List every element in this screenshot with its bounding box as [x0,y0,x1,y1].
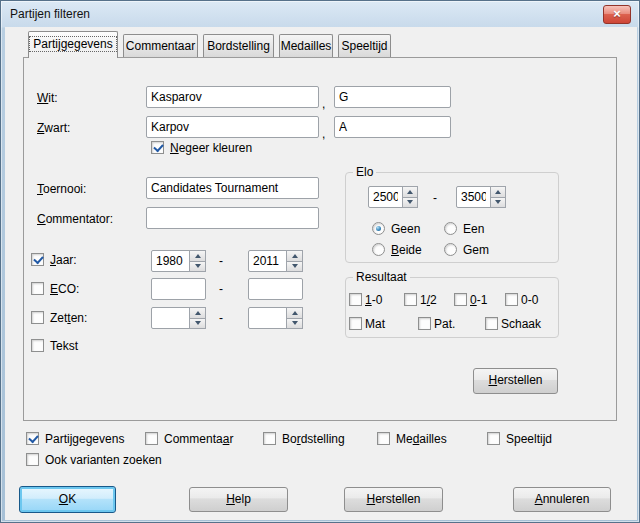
elo-to-spinner [456,186,506,208]
negeer-kleuren-label[interactable]: Negeer kleuren [170,141,252,155]
negeer-kleuren-checkbox[interactable] [151,141,164,154]
tekst-checkbox[interactable] [31,339,44,352]
eco-to-input[interactable] [248,278,303,300]
elo-gem-label[interactable]: Gem [463,243,489,257]
zetten-from-input[interactable] [151,307,190,329]
mat-label[interactable]: Mat [365,317,385,331]
zetten-to-spinner [248,307,303,329]
zetten-from-spin-down[interactable] [189,318,206,330]
jaar-from-input[interactable] [151,250,190,272]
elo-een-radio[interactable] [444,222,457,235]
commentator-input[interactable] [146,207,319,229]
result-0-0-checkbox[interactable] [505,293,518,306]
jaar-checkbox[interactable] [31,253,44,266]
jaar-to-spin-down[interactable] [286,261,303,273]
title-bar[interactable]: Partijen filteren × [1,1,639,27]
result-1-0-checkbox[interactable] [349,293,362,306]
wit-lastname-input[interactable] [146,86,319,108]
speeltijd-checkbox-label[interactable]: Speeltijd [506,432,552,446]
herstellen-button[interactable]: Herstellen [344,487,443,512]
zetten-to-spin-down[interactable] [286,318,303,330]
tab-medailles[interactable]: Medailles [279,34,333,57]
pat-checkbox[interactable] [418,317,431,330]
result-0-1-label[interactable]: 0-1 [470,293,487,307]
elo-geen-label[interactable]: Geen [391,222,420,236]
elo-geen-radio[interactable] [372,222,385,235]
pat-label[interactable]: Pat. [434,317,455,331]
jaar-to-spinner [248,250,303,272]
eco-from-input[interactable] [151,278,206,300]
dialog-partijen-filteren: Partijen filteren × Partijgegevens Comme… [0,0,640,523]
tab-partijgegevens[interactable]: Partijgegevens [28,31,118,58]
tab-label: Commentaar [126,39,195,53]
arrow-up-icon [495,190,501,194]
elo-een-label[interactable]: Een [463,222,484,236]
arrow-down-icon [195,264,201,268]
zetten-to-input[interactable] [248,307,287,329]
elo-gem-radio[interactable] [444,243,457,256]
herstellen-tab-button[interactable]: Herstellen [473,368,558,394]
ook-varianten-checkbox-label[interactable]: Ook varianten zoeken [45,453,162,467]
eco-label[interactable]: ECO: [50,282,79,296]
jaar-from-spinner [151,250,206,272]
help-button[interactable]: Help [189,487,288,512]
wit-firstname-input[interactable] [334,86,451,108]
medailles-checkbox[interactable] [377,432,390,445]
elo-from-spin-down[interactable] [402,197,418,209]
schaak-label[interactable]: Schaak [501,317,541,331]
tab-bordstelling[interactable]: Bordstelling [203,34,274,57]
zetten-checkbox[interactable] [31,311,44,324]
arrow-down-icon [195,321,201,325]
partijgegevens-checkbox[interactable] [26,432,39,445]
zwart-lastname-input[interactable] [146,116,319,138]
elo-to-input[interactable] [456,186,491,208]
tab-label: Speeltijd [341,39,387,53]
toernooi-input[interactable] [146,177,319,199]
comma-zwart: , [322,127,325,141]
elo-group-label: Elo [353,165,376,179]
arrow-up-icon [292,254,298,258]
result-0-0-label[interactable]: 0-0 [521,293,538,307]
partijgegevens-checkbox-label[interactable]: Partijgegevens [45,432,124,446]
result-0-1-checkbox[interactable] [454,293,467,306]
result-half-label[interactable]: 1/2 [420,293,437,307]
tab-speeltijd[interactable]: Speeltijd [338,34,391,57]
annuleren-button[interactable]: Annuleren [513,487,611,512]
jaar-label[interactable]: Jaar: [50,253,77,267]
commentator-label: Commentator: [37,212,113,226]
elo-to-spin-down[interactable] [490,197,506,209]
elo-from-input[interactable] [368,186,403,208]
bordstelling-checkbox-label[interactable]: Bordstelling [282,432,345,446]
zetten-label[interactable]: Zetten: [50,311,87,325]
ok-button[interactable]: OK [19,486,116,513]
result-1-0-label[interactable]: 1-0 [365,293,382,307]
zwart-firstname-input[interactable] [334,116,451,138]
ook-varianten-checkbox[interactable] [26,453,39,466]
schaak-checkbox[interactable] [485,317,498,330]
jaar-from-spin-down[interactable] [189,261,206,273]
tab-commentaar[interactable]: Commentaar [123,34,198,57]
close-button[interactable]: × [603,5,631,24]
tekst-label[interactable]: Tekst [50,339,78,353]
elo-beide-radio[interactable] [372,243,385,256]
mat-checkbox[interactable] [349,317,362,330]
commentaar-checkbox[interactable] [145,432,158,445]
comma-wit: , [322,97,325,111]
result-half-checkbox[interactable] [404,293,417,306]
bordstelling-checkbox[interactable] [263,432,276,445]
jaar-to-input[interactable] [248,250,287,272]
eco-checkbox[interactable] [31,282,44,295]
commentaar-checkbox-label[interactable]: Commentaar [164,432,233,446]
speeltijd-checkbox[interactable] [487,432,500,445]
tab-label: Partijgegevens [29,36,116,52]
resultaat-group-label: Resultaat [353,270,410,284]
elo-beide-label[interactable]: Beide [391,243,422,257]
jaar-dash: - [219,254,223,268]
elo-from-spinner [368,186,418,208]
zetten-from-spinner [151,307,206,329]
medailles-checkbox-label[interactable]: Medailles [396,432,447,446]
arrow-down-icon [407,200,413,204]
arrow-up-icon [195,254,201,258]
arrow-down-icon [292,264,298,268]
elo-dash: - [433,191,437,205]
